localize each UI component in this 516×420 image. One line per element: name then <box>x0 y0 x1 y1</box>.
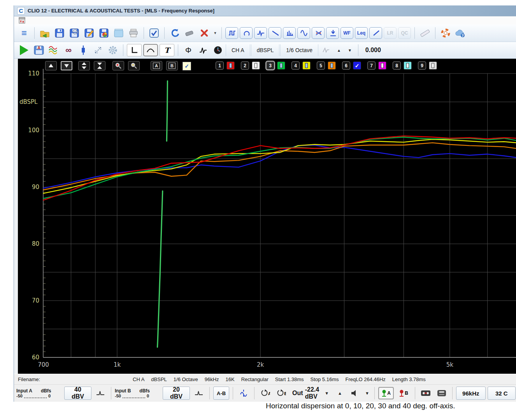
sinusoidal-analysis-button[interactable] <box>240 27 253 39</box>
leq-button[interactable]: Leq <box>355 27 368 39</box>
save-edit-button[interactable] <box>82 26 96 40</box>
axis-toggle-button[interactable] <box>127 44 142 56</box>
curve-9-visibility-swatch[interactable] <box>429 61 437 70</box>
frequency-response-plot[interactable]: 11010090807060dBSPL7001k2k5k <box>18 59 516 374</box>
curve-4-visibility-swatch[interactable] <box>302 61 311 70</box>
recorder-button[interactable] <box>419 386 433 400</box>
temperature-button[interactable]: 32 C <box>488 387 516 400</box>
curve-7-number-button[interactable]: 7 <box>367 61 376 70</box>
zoom-out-button[interactable] <box>128 61 140 70</box>
input-a-gain-button[interactable]: 40 dBV <box>64 387 91 400</box>
curve-6-visibility-swatch[interactable]: ✓ <box>353 61 361 70</box>
curve-7-visibility-swatch[interactable] <box>378 61 386 70</box>
undo-button[interactable] <box>168 26 182 40</box>
device-icon <box>437 390 446 397</box>
save-graphics-button[interactable] <box>97 26 111 40</box>
overlay-curves-button[interactable] <box>47 43 61 57</box>
input-a-pulse-button[interactable] <box>93 386 107 400</box>
save-settings-button[interactable] <box>67 26 81 40</box>
impulse-analysis-button[interactable] <box>254 27 267 39</box>
input-b-pulse-button[interactable] <box>192 386 206 400</box>
notes-button[interactable] <box>112 26 126 40</box>
delay-capture-button[interactable] <box>319 43 333 57</box>
decay-analysis-button[interactable] <box>269 27 281 39</box>
menu-button[interactable]: ≡ <box>17 26 31 40</box>
ab-difference-button[interactable]: A-B <box>213 387 229 400</box>
curve-9-number-button[interactable]: 9 <box>418 61 426 70</box>
curve-5-visibility-swatch[interactable] <box>328 61 336 70</box>
expand-scale-button[interactable] <box>78 61 90 70</box>
curve-6-number-button[interactable]: 6 <box>342 61 350 70</box>
loop-b-button[interactable]: B <box>274 386 288 400</box>
open-button[interactable] <box>38 26 52 40</box>
timer-button[interactable] <box>211 43 225 57</box>
mic-b-button[interactable]: B <box>396 387 411 399</box>
phase-toggle-button[interactable]: T <box>160 44 174 56</box>
shift-up-button[interactable] <box>45 61 57 70</box>
monitor-speaker-button[interactable] <box>348 386 362 400</box>
curve-1-number-button[interactable]: 1 <box>216 61 224 70</box>
lr-button[interactable]: LR <box>384 27 397 39</box>
cursor-b-button[interactable]: B <box>166 61 178 70</box>
smoothing-button[interactable]: 1/6 Octave <box>280 44 318 56</box>
speaker-dropdown-button[interactable]: ▼ <box>363 391 371 396</box>
mls-analysis-button[interactable] <box>225 27 238 39</box>
curve-8-visibility-swatch[interactable] <box>404 61 412 70</box>
input-b-meter: Input BdBfs -500 <box>115 388 161 398</box>
autosave-button[interactable]: A <box>32 43 46 57</box>
cursor-a-button[interactable]: A <box>151 61 162 70</box>
curve-4-number-button[interactable]: 4 <box>291 61 300 70</box>
curve-8-number-button[interactable]: 8 <box>393 61 401 70</box>
help-button[interactable] <box>439 26 453 40</box>
options-button[interactable] <box>147 26 161 40</box>
input-b-gain-button[interactable]: 20 dBV <box>163 387 190 400</box>
curve-2-number-button[interactable]: 2 <box>241 61 249 70</box>
print-button[interactable] <box>126 26 140 40</box>
hardware-button[interactable] <box>435 386 449 400</box>
save-button[interactable] <box>53 26 67 40</box>
mls-document-icon[interactable] <box>19 17 25 24</box>
mic-a-button[interactable]: A <box>378 387 394 399</box>
sine-analysis-button[interactable] <box>297 27 310 39</box>
start-measurement-button[interactable] <box>17 43 31 57</box>
wave-button[interactable] <box>196 43 210 57</box>
rta-analysis-button[interactable] <box>283 27 296 39</box>
curve-toggle-button[interactable] <box>143 44 158 56</box>
output-down-button[interactable]: ▼ <box>321 391 332 396</box>
loop-a-button[interactable]: A <box>258 386 272 400</box>
compress-scale-button[interactable] <box>94 61 105 70</box>
output-up-button[interactable]: ▲ <box>334 391 346 396</box>
unit-button[interactable]: dBSPL <box>251 44 280 56</box>
channel-button[interactable]: CH A <box>226 44 250 56</box>
delay-down-button[interactable]: ▼ <box>345 48 355 52</box>
shift-down-button[interactable] <box>61 61 72 70</box>
online-help-button[interactable]: ? <box>453 26 467 40</box>
qc-button[interactable]: QC <box>398 27 411 39</box>
delete-dropdown-button[interactable]: ▼ <box>212 26 218 40</box>
loop-button[interactable]: ∞ <box>61 43 75 57</box>
delay-up-button[interactable]: ▲ <box>334 48 344 52</box>
curve-1-visibility-swatch[interactable] <box>226 61 235 70</box>
curve-5-number-button[interactable]: 5 <box>317 61 325 70</box>
svg-text:700: 700 <box>38 361 49 368</box>
ruler-button[interactable] <box>418 26 432 40</box>
curve-3-visibility-swatch[interactable] <box>277 61 285 70</box>
settings-button[interactable] <box>106 43 120 57</box>
autoscale-button[interactable] <box>91 43 105 57</box>
scatter-analysis-button[interactable] <box>312 27 325 39</box>
sample-rate-button[interactable]: 96kHz <box>456 387 486 400</box>
erase-button[interactable] <box>183 26 197 40</box>
delete-button[interactable] <box>197 26 211 40</box>
waterfall-button[interactable]: WF <box>340 27 353 39</box>
zoom-in-button[interactable] <box>112 61 124 70</box>
title-bar[interactable]: C CLIO 12 - ELECTRICAL & ACOUSTICAL TEST… <box>14 5 516 16</box>
generator-wave-button[interactable] <box>237 386 251 400</box>
slope-button[interactable] <box>369 27 382 39</box>
delay-value[interactable]: 0.000 <box>362 47 381 54</box>
curve-3-number-button[interactable]: 3 <box>266 61 274 70</box>
insert-component-button[interactable] <box>76 43 90 57</box>
mic-insert-button[interactable] <box>326 27 339 39</box>
marker-checkbox[interactable]: ✓ <box>183 62 191 70</box>
curve-2-visibility-swatch[interactable] <box>252 61 260 70</box>
phi-button[interactable]: Φ <box>181 43 195 57</box>
